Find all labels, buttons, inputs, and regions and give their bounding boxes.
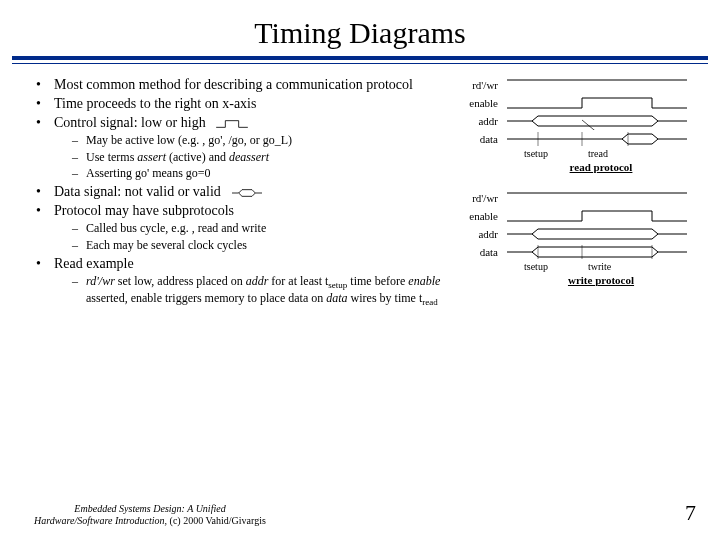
label-enable-2: enable xyxy=(464,210,502,222)
label-data-2: data xyxy=(464,246,502,258)
b6a-t8: asserted, enable triggers memory to plac… xyxy=(86,291,326,305)
data-signal-icon xyxy=(228,188,266,198)
b6a-t2: set low, address placed on xyxy=(115,274,246,288)
bullet-6a: rd'/wr set low, address placed on addr f… xyxy=(72,274,456,309)
bullet-column: Most common method for describing a comm… xyxy=(36,76,456,310)
b6a-t10: wires by time t xyxy=(348,291,423,305)
bullet-5a: Called bus cycle, e.g. , read and write xyxy=(72,221,456,236)
bullet-3b-part2: (active) and xyxy=(166,150,229,164)
wave-enable-1 xyxy=(502,94,700,112)
wave-enable-2 xyxy=(502,207,700,225)
bullet-4: Data signal: not valid or valid xyxy=(36,183,456,200)
wave-rdwr-1 xyxy=(502,76,700,94)
bullet-1: Most common method for describing a comm… xyxy=(36,76,456,93)
twrite-2: twrite xyxy=(588,261,611,272)
label-addr-2: addr xyxy=(464,228,502,240)
b6a-tread-sub: read xyxy=(422,297,438,307)
b6a-t6: time before xyxy=(347,274,408,288)
page-number: 7 xyxy=(685,500,696,526)
label-rdwr-2: rd'/wr xyxy=(464,192,502,204)
bullet-3b-assert: assert xyxy=(137,150,166,164)
bullet-5-text: Protocol may have subprotocols xyxy=(54,203,234,218)
b6a-addr: addr xyxy=(246,274,269,288)
footer-line1: Embedded Systems Design: A Unified xyxy=(74,503,225,514)
caption-write: write protocol xyxy=(464,274,700,286)
timing-labels-2: tsetup twrite xyxy=(464,261,700,272)
tsetup-2: tsetup xyxy=(524,261,548,272)
bullet-3b: Use terms assert (active) and deassert xyxy=(72,150,456,165)
read-protocol-diagram: rd'/wr enable addr data tsetup tread rea… xyxy=(464,76,700,173)
bullet-6: Read example rd'/wr set low, address pla… xyxy=(36,255,456,309)
b6a-data: data xyxy=(326,291,347,305)
title-rule xyxy=(12,56,708,64)
bullet-3-text: Control signal: low or high xyxy=(54,115,206,130)
bullet-3b-part1: Use terms xyxy=(86,150,137,164)
bullet-5: Protocol may have subprotocols Called bu… xyxy=(36,202,456,252)
svg-line-0 xyxy=(582,120,628,130)
tsetup-1: tsetup xyxy=(524,148,548,159)
b6a-t4: for at least t xyxy=(268,274,328,288)
bullet-4-text: Data signal: not valid or valid xyxy=(54,184,221,199)
footer-copyright: (c) 2000 Vahid/Givargis xyxy=(170,515,266,526)
wave-data-2 xyxy=(502,243,700,261)
slide-content: Most common method for describing a comm… xyxy=(0,76,720,310)
wave-rdwr-2 xyxy=(502,189,700,207)
footer-citation: Embedded Systems Design: A Unified Hardw… xyxy=(20,503,280,526)
bullet-3: Control signal: low or high May be activ… xyxy=(36,114,456,181)
b6a-rdwr: rd'/wr xyxy=(86,274,115,288)
bullet-6-text: Read example xyxy=(54,256,134,271)
label-data-1: data xyxy=(464,133,502,145)
bullet-2: Time proceeds to the right on x-axis xyxy=(36,95,456,112)
wave-data-1 xyxy=(502,130,700,148)
bullet-3a: May be active low (e.g. , go', /go, or g… xyxy=(72,133,456,148)
write-protocol-diagram: rd'/wr enable addr data tsetup twrite wr… xyxy=(464,189,700,286)
bullet-5b: Each may be several clock cycles xyxy=(72,238,456,253)
b6a-tsetup-sub: setup xyxy=(328,280,347,290)
tread-1: tread xyxy=(588,148,608,159)
caption-read: read protocol xyxy=(464,161,700,173)
timing-labels-1: tsetup tread xyxy=(464,148,700,159)
wave-addr-1 xyxy=(502,112,700,130)
bullet-3b-deassert: deassert xyxy=(229,150,269,164)
label-addr-1: addr xyxy=(464,115,502,127)
b6a-enable: enable xyxy=(408,274,440,288)
control-signal-icon xyxy=(213,119,251,129)
bullet-3c: Asserting go' means go=0 xyxy=(72,166,456,181)
label-rdwr-1: rd'/wr xyxy=(464,79,502,91)
diagram-column: rd'/wr enable addr data tsetup tread rea… xyxy=(464,76,700,310)
footer-line2: Hardware/Software Introduction, xyxy=(34,515,169,526)
wave-addr-2 xyxy=(502,225,700,243)
label-enable-1: enable xyxy=(464,97,502,109)
slide-title: Timing Diagrams xyxy=(0,0,720,56)
